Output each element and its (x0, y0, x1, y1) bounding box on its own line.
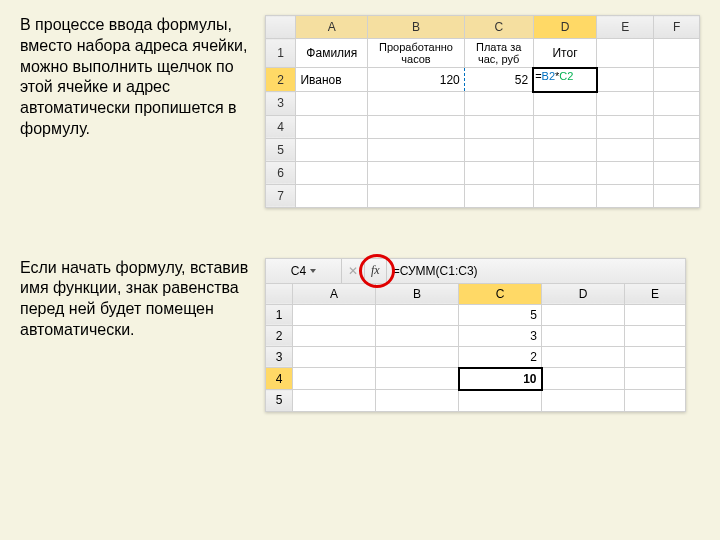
cell2-C3[interactable]: 2 (459, 346, 542, 368)
row2-1[interactable]: 1 (266, 304, 293, 325)
cell-C1[interactable]: Плата за час, руб (464, 39, 533, 68)
row-header-5[interactable]: 5 (266, 138, 296, 161)
cancel-icon: ✕ (342, 259, 365, 283)
cell-E1[interactable] (597, 39, 654, 68)
row-header-6[interactable]: 6 (266, 161, 296, 184)
fx-icon: fx (371, 263, 380, 278)
name-box[interactable]: C4 (266, 259, 342, 283)
cell-E2[interactable] (597, 68, 654, 92)
name-box-value: C4 (291, 264, 306, 278)
row2-4[interactable]: 4 (266, 368, 293, 390)
col2-D[interactable]: D (542, 283, 625, 304)
ref-C2: C2 (559, 70, 573, 82)
spreadsheet-2: A B C D E 15 23 32 410 5 (265, 283, 686, 412)
col2-E[interactable]: E (625, 283, 686, 304)
col2-B[interactable]: B (376, 283, 459, 304)
col-header-D[interactable]: D (533, 16, 597, 39)
formula-entry: =B2*C2 (535, 70, 573, 82)
paragraph-1: В процессе ввода формулы, вместо набора … (20, 15, 250, 140)
cell2-C4[interactable]: 10 (459, 368, 542, 390)
row2-3[interactable]: 3 (266, 346, 293, 368)
cell2-C1[interactable]: 5 (459, 304, 542, 325)
col-header-C[interactable]: C (464, 16, 533, 39)
paragraph-2: Если начать формулу, вставив имя функции… (20, 258, 250, 341)
row-header-2[interactable]: 2 (266, 68, 296, 92)
row-header-3[interactable]: 3 (266, 92, 296, 116)
fx-button[interactable]: fx (365, 259, 387, 283)
section-2: Если начать формулу, вставив имя функции… (20, 258, 700, 412)
col2-C[interactable]: C (459, 283, 542, 304)
col-header-E[interactable]: E (597, 16, 654, 39)
cell-A1[interactable]: Фамилия (296, 39, 368, 68)
cell-C2[interactable]: 52 (464, 68, 533, 92)
section-1: В процессе ввода формулы, вместо набора … (20, 15, 700, 208)
row-header-1[interactable]: 1 (266, 39, 296, 68)
cell-F1[interactable] (654, 39, 700, 68)
formula-bar: C4 ✕ fx =СУММ(C1:C3) (265, 258, 686, 283)
spreadsheet-1: A B C D E F 1 Фамилия Проработанно часов… (265, 15, 700, 208)
row2-2[interactable]: 2 (266, 325, 293, 346)
cell-B2[interactable]: 120 (368, 68, 465, 92)
select-all-1[interactable] (266, 16, 296, 39)
row2-5[interactable]: 5 (266, 390, 293, 412)
cell-A2[interactable]: Иванов (296, 68, 368, 92)
namebox-dropdown-icon (310, 269, 316, 273)
cell-D1[interactable]: Итог (533, 39, 597, 68)
cell-B1[interactable]: Проработанно часов (368, 39, 465, 68)
formula-input[interactable]: =СУММ(C1:C3) (387, 264, 478, 278)
ref-B2: B2 (542, 70, 555, 82)
col2-A[interactable]: A (293, 283, 376, 304)
select-all-2[interactable] (266, 283, 293, 304)
cell-F2[interactable] (654, 68, 700, 92)
row-header-4[interactable]: 4 (266, 115, 296, 138)
cell-D2[interactable]: =B2*C2 (533, 68, 597, 92)
col-header-B[interactable]: B (368, 16, 465, 39)
cell2-C2[interactable]: 3 (459, 325, 542, 346)
row-header-7[interactable]: 7 (266, 184, 296, 207)
col-header-A[interactable]: A (296, 16, 368, 39)
col-header-F[interactable]: F (654, 16, 700, 39)
